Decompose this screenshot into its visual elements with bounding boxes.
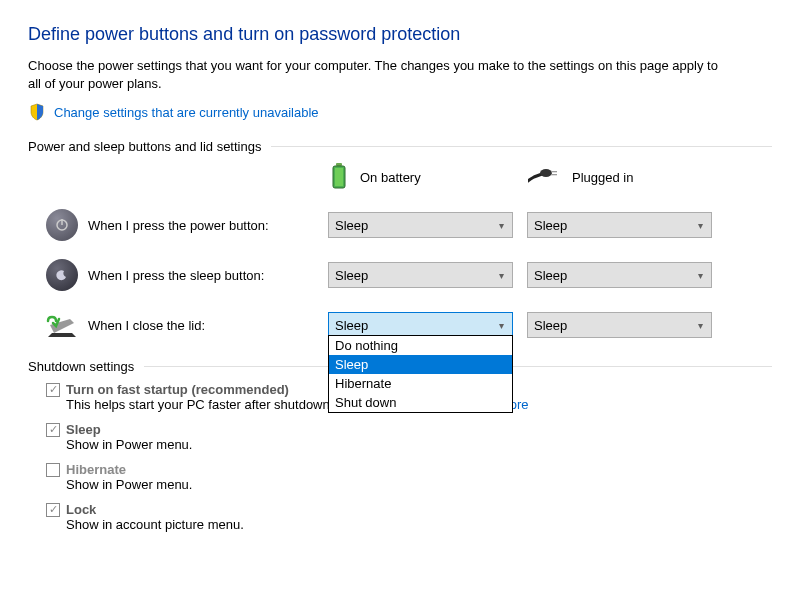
lid-icon <box>46 309 78 341</box>
chk-hibernate-desc: Show in Power menu. <box>46 477 772 492</box>
chk-hibernate: Hibernate Show in Power menu. <box>46 462 772 492</box>
dropdown-item-shut-down[interactable]: Shut down <box>329 393 512 412</box>
chevron-down-icon: ▾ <box>698 270 703 281</box>
select-sleep-plugged[interactable]: Sleep▾ <box>527 262 712 288</box>
chk-lock-desc: Show in account picture menu. <box>46 517 772 532</box>
dropdown-item-hibernate[interactable]: Hibernate <box>329 374 512 393</box>
row-close-lid: When I close the lid: Sleep▾ Sleep▾ Do n… <box>28 309 772 341</box>
svg-point-3 <box>540 169 552 177</box>
row-power-button: When I press the power button: Sleep▾ Sl… <box>28 209 772 241</box>
row-sleep-button: When I press the sleep button: Sleep▾ Sl… <box>28 259 772 291</box>
shield-icon <box>28 103 46 121</box>
col-on-battery: On battery <box>328 162 528 193</box>
section-power-buttons-header: Power and sleep buttons and lid settings <box>28 139 772 154</box>
chk-sleep-desc: Show in Power menu. <box>46 437 772 452</box>
chk-sleep-label: Sleep <box>66 422 101 437</box>
checkbox-lock[interactable]: ✓ <box>46 503 60 517</box>
svg-rect-2 <box>335 168 343 186</box>
checkbox-hibernate[interactable] <box>46 463 60 477</box>
chevron-down-icon: ▾ <box>499 320 504 331</box>
page-subtitle: Choose the power settings that you want … <box>28 57 728 93</box>
chk-lock: ✓ Lock Show in account picture menu. <box>46 502 772 532</box>
select-sleep-battery[interactable]: Sleep▾ <box>328 262 513 288</box>
select-power-battery[interactable]: Sleep▾ <box>328 212 513 238</box>
power-button-icon <box>46 209 78 241</box>
chk-hibernate-label: Hibernate <box>66 462 126 477</box>
row-lid-label: When I close the lid: <box>88 318 205 333</box>
chevron-down-icon: ▾ <box>698 220 703 231</box>
chevron-down-icon: ▾ <box>499 270 504 281</box>
dropdown-item-do-nothing[interactable]: Do nothing <box>329 336 512 355</box>
chk-fast-startup-label: Turn on fast startup (recommended) <box>66 382 289 397</box>
lid-battery-dropdown: Do nothing Sleep Hibernate Shut down <box>328 335 513 413</box>
battery-icon <box>328 162 350 193</box>
plug-icon <box>528 167 562 188</box>
chevron-down-icon: ▾ <box>698 320 703 331</box>
select-lid-plugged[interactable]: Sleep▾ <box>527 312 712 338</box>
chevron-down-icon: ▾ <box>499 220 504 231</box>
change-settings-link[interactable]: Change settings that are currently unava… <box>54 105 319 120</box>
dropdown-item-sleep[interactable]: Sleep <box>329 355 512 374</box>
checkbox-sleep[interactable]: ✓ <box>46 423 60 437</box>
svg-rect-5 <box>551 174 557 175</box>
svg-rect-4 <box>551 171 557 172</box>
row-sleep-label: When I press the sleep button: <box>88 268 264 283</box>
page-title: Define power buttons and turn on passwor… <box>28 24 772 45</box>
checkbox-fast-startup[interactable]: ✓ <box>46 383 60 397</box>
row-power-label: When I press the power button: <box>88 218 269 233</box>
chk-lock-label: Lock <box>66 502 96 517</box>
select-power-plugged[interactable]: Sleep▾ <box>527 212 712 238</box>
sleep-button-icon <box>46 259 78 291</box>
chk-sleep: ✓ Sleep Show in Power menu. <box>46 422 772 452</box>
col-plugged-in: Plugged in <box>528 167 728 188</box>
